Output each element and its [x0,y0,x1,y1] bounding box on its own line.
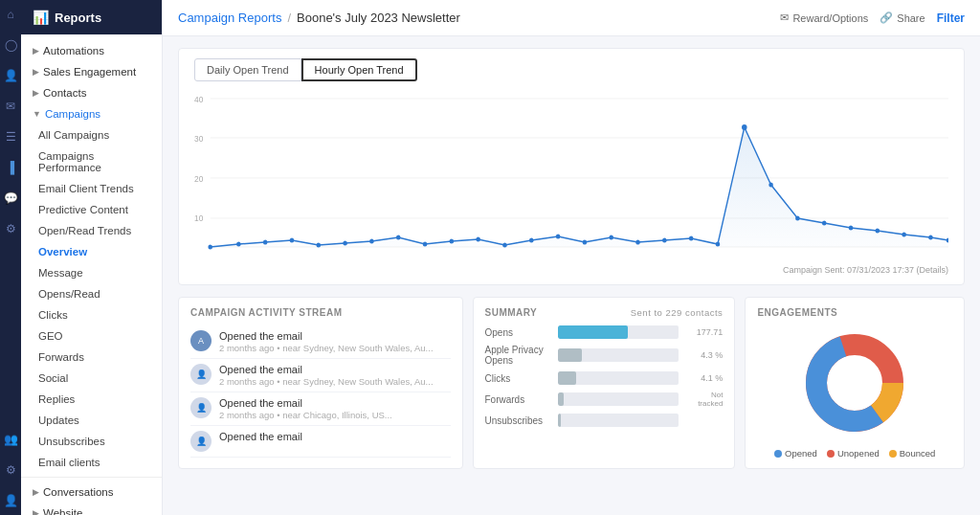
svg-point-21 [502,243,507,248]
svg-point-13 [290,238,295,243]
sidebar-item-geo[interactable]: GEO [21,325,162,347]
icon-reports[interactable]: ▐ [7,161,15,174]
sidebar-item-automations[interactable]: ▶ Automations [21,40,162,61]
sidebar-label-email-clients: Email clients [38,457,100,468]
sidebar-label-updates: Updates [38,414,79,426]
sidebar-label-predictive-content: Predictive Content [38,204,128,215]
icon-settings[interactable]: ⚙ [6,222,16,235]
sidebar-item-unsubscribes[interactable]: Unsubscribes [21,431,162,452]
sidebar-item-email-client-trends[interactable]: Email Client Trends [21,178,162,199]
sidebar-item-clicks[interactable]: Clicks [21,304,162,325]
sidebar-item-social[interactable]: Social [21,368,162,389]
sidebar-item-conversations[interactable]: ▶ Conversations [21,481,162,503]
breadcrumb-root[interactable]: Campaign Reports [178,11,281,25]
sidebar-label-email-client-trends: Email Client Trends [38,183,134,194]
sidebar-item-opens-read[interactable]: Opens/Read [21,283,162,304]
icon-email[interactable]: ✉ [6,100,15,113]
legend-item-opened: Opened [774,448,817,459]
summary-row-forwards: Forwards Not tracked [485,391,724,408]
donut-chart-container: Opened Unopened Bounced [757,325,952,459]
activity-item: A Opened the email 2 months ago • near S… [190,325,451,359]
topbar-actions: ✉ Reward/Options 🔗 Share Filter [780,11,965,25]
chart-sent-label[interactable]: Campaign Sent: 07/31/2023 17:37 (Details… [194,265,948,275]
svg-point-30 [742,124,747,130]
sidebar-item-sales-engagement[interactable]: ▶ Sales Engagement [21,61,162,82]
summary-panel: SUMMARY Sent to 229 contacts Opens 177.7… [473,297,736,469]
sidebar-item-overview[interactable]: Overview [21,241,162,262]
sidebar-item-all-campaigns[interactable]: All Campaigns [21,124,162,146]
icon-chat[interactable]: 💬 [4,191,18,205]
sidebar-item-campaigns-performance[interactable]: Campaigns Performance [21,146,162,178]
svg-point-33 [822,221,827,226]
activity-content: Opened the email [219,431,451,442]
sidebar-label-forwards: Forwards [38,351,84,363]
sidebar-item-open-read-trends[interactable]: Open/Read Trends [21,220,162,241]
tab-daily-open-trend[interactable]: Daily Open Trend [194,58,301,81]
sidebar-label-automations: Automations [43,45,104,56]
chart-container: 40 30 20 10 [194,89,948,261]
share-button[interactable]: 🔗 Share [880,11,924,24]
filter-button[interactable]: Filter [937,11,965,25]
arrow-icon: ▶ [33,46,39,56]
main-area: Campaign Reports / Boone's July 2023 New… [163,0,980,515]
activity-meta: 2 months ago • near Sydney, New South Wa… [219,343,451,353]
svg-point-31 [768,183,773,188]
sidebar-label-replies: Replies [38,393,75,405]
sidebar-item-website[interactable]: ▶ Website [21,503,162,515]
sidebar-label-open-read-trends: Open/Read Trends [38,225,131,236]
activity-item: 👤 Opened the email 2 months ago • near S… [190,359,451,392]
topbar: Campaign Reports / Boone's July 2023 New… [163,0,980,36]
sidebar-item-updates[interactable]: Updates [21,410,162,431]
svg-point-24 [583,240,588,245]
arrow-icon: ▶ [33,487,39,497]
summary-label-forwards: Forwards [485,394,552,405]
activity-panel-title: CAMPAIGN ACTIVITY STREAM [190,307,451,318]
sidebar-label-all-campaigns: All Campaigns [38,129,109,141]
svg-point-36 [902,233,906,237]
svg-point-29 [716,242,721,247]
icon-contacts[interactable]: 👤 [4,69,18,82]
legend-item-unopened: Unopened [827,448,880,459]
reward-options-button[interactable]: ✉ Reward/Options [780,11,868,24]
sidebar-item-campaigns[interactable]: ▼ Campaigns [21,103,162,124]
activity-content: Opened the email 2 months ago • near Syd… [219,330,451,353]
summary-bar-apple-bg [558,348,679,362]
activity-action: Opened the email [219,330,451,342]
sidebar: 📊 Reports ▶ Automations ▶ Sales Engageme… [21,0,163,515]
summary-subtitle: Sent to 229 contacts [631,307,724,318]
summary-label-apple-privacy: Apple Privacy Opens [485,345,552,366]
engagements-panel: ENGAGEMENTS Open [745,297,965,469]
summary-row-unsubscribes: Unsubscribes [485,414,724,427]
svg-text:10: 10 [194,213,203,223]
icon-config[interactable]: ⚙ [6,463,16,477]
sidebar-item-predictive-content[interactable]: Predictive Content [21,199,162,220]
svg-marker-9 [211,127,948,247]
icon-team[interactable]: 👥 [4,433,18,446]
legend-dot-bounced [889,450,897,458]
sidebar-label-campaigns: Campaigns [45,108,100,120]
sidebar-item-email-clients[interactable]: Email clients [21,452,162,473]
chart-svg: 40 30 20 10 [194,89,948,261]
icon-user[interactable]: 👤 [4,494,18,507]
share-icon: 🔗 [880,11,893,24]
avatar: 👤 [190,364,212,385]
sidebar-item-replies[interactable]: Replies [21,389,162,410]
activity-list: A Opened the email 2 months ago • near S… [190,325,451,458]
arrow-icon: ▶ [33,508,39,515]
summary-bar-unsubscribes-bg [558,414,679,427]
svg-text:20: 20 [194,174,203,184]
tab-hourly-open-trend[interactable]: Hourly Open Trend [301,58,417,81]
sidebar-item-forwards[interactable]: Forwards [21,347,162,368]
sidebar-label-sales-engagement: Sales Engagement [43,66,136,78]
sidebar-item-message[interactable]: Message [21,262,162,283]
summary-rows: Opens 177.71 Apple Privacy Opens 4.3 % [485,325,724,427]
sidebar-item-contacts[interactable]: ▶ Contacts [21,82,162,103]
activity-content: Opened the email 2 months ago • near Syd… [219,364,451,387]
icon-lists[interactable]: ☰ [6,130,16,144]
icon-home[interactable]: ⌂ [7,8,13,21]
sidebar-label-contacts: Contacts [43,87,86,99]
icon-search[interactable]: ◯ [5,38,17,52]
breadcrumb-separator: / [287,11,291,25]
svg-point-11 [236,242,241,247]
svg-point-15 [343,241,347,246]
